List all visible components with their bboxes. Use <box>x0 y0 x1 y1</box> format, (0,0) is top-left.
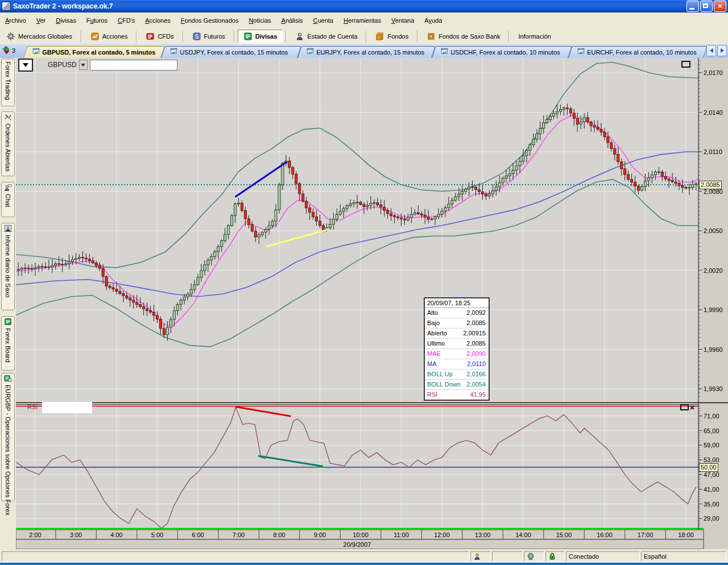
menu-item-cuenta[interactable]: Cuenta <box>308 15 338 26</box>
svg-text:12:00: 12:00 <box>434 531 450 538</box>
svg-text:2,0140: 2,0140 <box>704 109 723 116</box>
svg-text:29,00: 29,00 <box>704 515 719 522</box>
toolbar-button-acciones[interactable]: Acciones <box>85 30 134 43</box>
tooltip-row-value: 2,0085 <box>466 339 486 348</box>
report-icon <box>4 225 12 234</box>
symbol-input[interactable] <box>90 60 177 70</box>
svg-text:17:00: 17:00 <box>638 531 653 538</box>
sidebar-item-forex-board[interactable]: Forex Board <box>1 316 15 371</box>
toolbar-button-estado-de-cuenta[interactable]: Estado de Cuenta <box>289 30 363 43</box>
minimize-button[interactable] <box>686 1 699 12</box>
menu-item-divisas[interactable]: Divisas <box>51 15 81 26</box>
tab-usdjpy[interactable]: USDJPY, Forex al contado, 15 minutos <box>161 46 297 58</box>
menu-item-acciones[interactable]: Acciones <box>140 15 176 26</box>
tooltip-row-ma: MA2,0110 <box>425 359 489 369</box>
toolbar-button-fondos-de-saxo-bank[interactable]: Fondos de Saxo Bank <box>421 30 506 43</box>
svg-text:4:00: 4:00 <box>110 531 122 538</box>
svg-text:35,00: 35,00 <box>704 501 719 508</box>
tab-usdchf[interactable]: USDCHF, Forex al contado, 10 minutos <box>432 46 568 58</box>
tooltip-row-ultimo: Ultimo2,0085 <box>425 338 489 348</box>
toolbar-button-label: Información <box>518 33 551 40</box>
tooltip-row-value: 2,0054 <box>466 380 486 389</box>
tab-scroll-left-button[interactable] <box>706 45 716 56</box>
menu-item-futuros[interactable]: Futuros <box>81 15 113 26</box>
svg-text:9:00: 9:00 <box>314 531 326 538</box>
tab-count: 3 <box>12 47 15 54</box>
sidebar-item-eurgbp-operaciones-sobre-opc[interactable]: EURGBP - Operaciones sobre Opciones Fore… <box>1 373 15 501</box>
workspace: Forex TradingOrdenes AbiertasChatInforme… <box>0 58 728 550</box>
tab-label: EURCHF, Forex al contado, 10 minutos <box>587 49 697 56</box>
chart-orange-icon <box>90 32 100 41</box>
menu-item-cfd-s[interactable]: CFD's <box>113 15 140 26</box>
tooltip-row-boll-down: BOLL Down2,0054 <box>425 379 489 389</box>
svg-text:2,0050: 2,0050 <box>704 227 723 234</box>
tab-label: USDCHF, Forex al contado, 10 minutos <box>450 49 560 56</box>
language-indicator: Español <box>641 551 726 562</box>
price-panel-maximize-icon[interactable] <box>681 61 690 68</box>
tab-scroll-right-button[interactable] <box>717 45 727 56</box>
tab-eurchf[interactable]: EURCHF, Forex al contado, 10 minutos <box>568 46 704 58</box>
svg-text:8:00: 8:00 <box>273 531 285 538</box>
svg-text:71,00: 71,00 <box>704 413 719 419</box>
tab-chart-icon <box>577 48 585 56</box>
menu-item-noticias[interactable]: Noticias <box>243 15 276 26</box>
menu-item-fondos-gestionados[interactable]: Fondos Gestionados <box>176 15 244 26</box>
person-icon <box>295 32 304 41</box>
svg-text:11:00: 11:00 <box>394 531 409 538</box>
tab-chart-icon <box>32 48 40 56</box>
symbol-dropdown[interactable] <box>79 60 88 70</box>
title-bar: SaxoTrader 2 - workspace.ok.7 × <box>0 0 728 13</box>
status-message-area <box>2 551 469 562</box>
toolbar-button-informaci-n[interactable]: Información <box>512 31 556 42</box>
menu-item-ver[interactable]: Ver <box>31 15 51 26</box>
toolbar-button-mercados-globales[interactable]: Mercados Globales <box>1 30 78 43</box>
futures-blue-icon: S <box>192 32 201 41</box>
tab-gbpusd[interactable]: GBPUSD, Forex al contado, 5 minutos <box>23 46 161 58</box>
tab-eurjpy[interactable]: EURJPY, Forex al contado, 15 minutos <box>297 46 432 58</box>
menu-item-ventana[interactable]: Ventana <box>386 15 419 26</box>
close-button[interactable]: × <box>714 1 726 12</box>
tooltip-row-value: 2,0166 <box>466 370 486 379</box>
tab-chart-icon <box>170 48 177 56</box>
toolbar-button-fondos[interactable]: Fondos <box>370 30 414 43</box>
chart-mini-toolbar: GBPUSD <box>18 59 177 70</box>
tooltip-row-value: 2,00915 <box>463 329 486 338</box>
sidebar-item-label: EURGBP - Operaciones sobre Opciones Fore… <box>5 385 11 516</box>
svg-text:10:00: 10:00 <box>353 531 369 538</box>
rsi-panel-maximize-icon[interactable] <box>680 404 689 410</box>
maximize-button[interactable] <box>700 1 713 12</box>
rsi-label-box[interactable] <box>42 402 92 413</box>
orders-icon <box>4 113 12 122</box>
tooltip-row-value: 2,0090 <box>466 350 486 358</box>
sidebar-item-forex-trading[interactable]: Forex Trading <box>1 59 15 106</box>
toolbar-button-cfds[interactable]: CFDs <box>140 30 179 43</box>
sidebar-item-informe-diario-de-saxo[interactable]: Informe diario de Saxo <box>1 223 15 310</box>
toolbar-button-futuros[interactable]: SFuturos <box>187 30 231 43</box>
menu-item-an-lisis[interactable]: Análisis <box>276 15 308 26</box>
rsi-trendline-2 <box>318 467 330 468</box>
board2-icon <box>4 375 12 384</box>
toolbar-separator <box>136 31 137 42</box>
tooltip-row-label: Alto <box>427 309 438 317</box>
menu-item-archivo[interactable]: Archivo <box>0 15 31 26</box>
menu-item-ayuda[interactable]: Ayuda <box>419 15 447 26</box>
main-toolbar: Mercados GlobalesAccionesCFDsSFuturosDiv… <box>0 28 728 45</box>
chart-menu-dropdown[interactable] <box>18 59 33 72</box>
toolbar-button-label: Estado de Cuenta <box>307 33 357 40</box>
fx-green-icon <box>243 32 253 41</box>
sidebar-item-ordenes-abiertas[interactable]: Ordenes Abiertas <box>1 111 15 176</box>
svg-text:1,9960: 1,9960 <box>704 346 723 353</box>
sidebar-item-chat[interactable]: Chat <box>1 182 15 217</box>
svg-text:6:00: 6:00 <box>192 531 204 538</box>
tooltip-row-label: BOLL Down <box>427 380 461 389</box>
left-sidebar: Forex TradingOrdenes AbiertasChatInforme… <box>0 58 16 550</box>
toolbar-button-divisas[interactable]: Divisas <box>238 30 283 43</box>
tab-scroll-controls <box>706 45 728 58</box>
tab-label: USDJPY, Forex al contado, 15 minutos <box>180 49 288 56</box>
rsi-panel-close-icon[interactable]: × <box>690 405 694 410</box>
menu-item-herramientas[interactable]: Herramientas <box>338 15 386 26</box>
board-icon <box>4 318 12 327</box>
tooltip-row-value: 2,0092 <box>466 309 486 317</box>
chart-tab-bar: 3 GBPUSD, Forex al contado, 5 minutosUSD… <box>0 44 728 58</box>
tab-chart-icon <box>441 48 448 56</box>
